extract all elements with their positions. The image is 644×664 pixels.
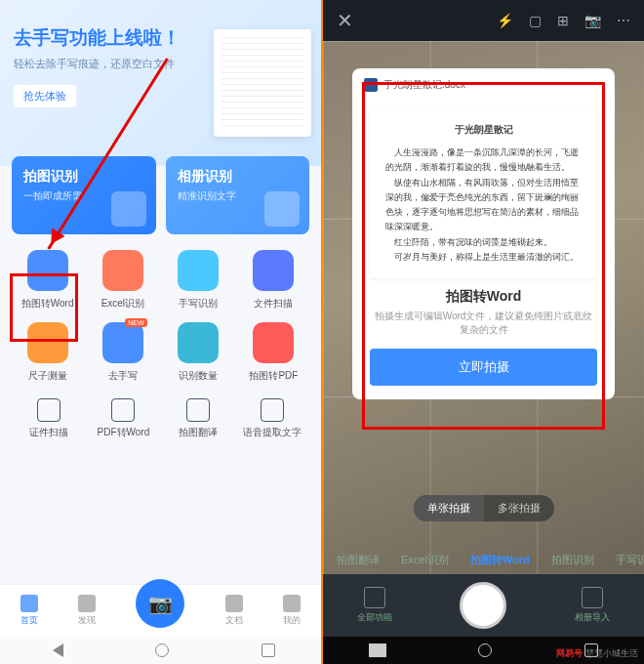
tab-docs[interactable]: 文档 <box>225 595 243 627</box>
grid-icon[interactable]: ⊞ <box>557 13 569 28</box>
strip-item[interactable]: 拍图翻译 <box>337 553 380 567</box>
camera-topbar: ✕ ⚡ ▢ ⊞ 📷 ⋯ <box>323 0 644 41</box>
shutter-button[interactable] <box>460 582 506 629</box>
feature-手写识别[interactable]: 手写识别 <box>163 250 234 311</box>
mode-single[interactable]: 单张拍摄 <box>414 495 484 521</box>
tool-icon <box>111 398 135 422</box>
bottom-tabbar: 首页 发现 📷 文档 我的 <box>0 584 321 637</box>
tab-home[interactable]: 首页 <box>20 595 38 627</box>
feature-Excel识别[interactable]: Excel识别 <box>87 250 158 311</box>
back-key[interactable] <box>369 643 386 657</box>
docs-icon <box>225 595 243 612</box>
card-title: 相册识别 <box>178 168 299 186</box>
feature-icon <box>253 322 294 363</box>
camera-plus-icon: 📷 <box>148 592 173 615</box>
feature-icon <box>102 250 143 291</box>
home-key[interactable] <box>155 643 169 657</box>
card-title: 拍图识别 <box>23 168 144 186</box>
strip-item[interactable]: 拍图转Word <box>470 553 530 567</box>
camera-bottom-bar: 全部功能 相册导入 <box>323 574 644 637</box>
feature-icon <box>102 322 143 363</box>
card-album-ocr[interactable]: 相册识别 精准识别文字 <box>166 156 310 234</box>
feature-label: 拍图转PDF <box>238 369 309 383</box>
mode-multi[interactable]: 多张拍摄 <box>484 495 554 521</box>
strip-item[interactable]: Excel识别 <box>401 553 449 567</box>
tool-icon <box>186 398 210 422</box>
new-badge: NEW <box>125 318 146 327</box>
image-icon <box>582 587 603 608</box>
tool-icon <box>261 398 284 422</box>
user-icon <box>283 595 301 612</box>
magnifier-icon <box>264 191 300 227</box>
feature-识别数量[interactable]: 识别数量 <box>163 322 234 383</box>
feature-label: 尺子测量 <box>12 369 83 383</box>
banner-cta-button[interactable]: 抢先体验 <box>14 85 76 107</box>
tool-拍图翻译[interactable]: 拍图翻译 <box>161 398 235 439</box>
feature-icon <box>178 322 219 363</box>
promo-banner[interactable]: 去手写功能上线啦！ 轻松去除手写痕迹，还原空白文件 抢先体验 <box>0 0 321 166</box>
feature-label: Excel识别 <box>87 297 158 311</box>
banner-illustration <box>214 29 311 137</box>
tool-PDF转Word[interactable]: PDF转Word <box>86 398 160 439</box>
tool-label: 拍图翻译 <box>161 426 235 439</box>
feature-icon <box>178 250 219 291</box>
feature-文件扫描[interactable]: 文件扫描 <box>238 250 309 311</box>
close-icon[interactable]: ✕ <box>337 9 353 32</box>
all-functions-button[interactable]: 全部功能 <box>357 587 392 624</box>
strip-item[interactable]: 手写识别 <box>616 553 644 567</box>
feature-拍图转PDF[interactable]: 拍图转PDF <box>238 322 309 383</box>
back-key[interactable] <box>46 643 63 657</box>
flash-icon[interactable]: ⚡ <box>497 13 513 28</box>
feature-去手写[interactable]: 去手写NEW <box>87 322 158 383</box>
camera-icon <box>111 191 146 227</box>
discover-icon <box>78 595 96 612</box>
home-icon <box>20 595 38 612</box>
right-screenshot: ✕ ⚡ ▢ ⊞ 📷 ⋯ 于光朗星散记.docx 于光朗星散记 人生漫漫路，像是一… <box>323 0 644 664</box>
left-screenshot: 去手写功能上线啦！ 轻松去除手写痕迹，还原空白文件 抢先体验 拍图识别 一拍即成… <box>0 0 323 664</box>
strip-item[interactable]: 拍图识别 <box>551 553 594 567</box>
crop-icon[interactable]: ▢ <box>529 13 542 28</box>
feature-label: 识别数量 <box>163 369 234 383</box>
tool-label: 语音提取文字 <box>235 426 309 439</box>
function-strip[interactable]: 拍图翻译Excel识别拍图转Word拍图识别手写识别 <box>323 545 644 574</box>
tab-me[interactable]: 我的 <box>283 595 301 627</box>
feature-label: 手写识别 <box>163 297 234 311</box>
tool-语音提取文字[interactable]: 语音提取文字 <box>235 398 309 439</box>
tool-证件扫描[interactable]: 证件扫描 <box>12 398 86 439</box>
watermark: 网易号 慧慧小城生活 <box>556 647 638 660</box>
feature-label: 文件扫描 <box>238 297 309 311</box>
tool-label: 证件扫描 <box>12 426 86 439</box>
recent-key[interactable] <box>262 643 275 657</box>
tab-camera-button[interactable]: 📷 <box>136 579 184 628</box>
annotation-highlight-box <box>10 273 78 342</box>
android-navbar <box>0 637 321 664</box>
camera-flip-icon[interactable]: 📷 <box>584 13 601 28</box>
capture-mode-toggle[interactable]: 单张拍摄 多张拍摄 <box>414 495 554 521</box>
home-key[interactable] <box>478 643 492 657</box>
tab-discover[interactable]: 发现 <box>78 595 96 627</box>
feature-label: 去手写 <box>87 369 158 383</box>
tool-icon <box>37 398 60 422</box>
grid-icon <box>364 587 385 608</box>
album-import-button[interactable]: 相册导入 <box>575 587 610 624</box>
annotation-highlight-box <box>362 82 605 430</box>
tool-label: PDF转Word <box>86 426 160 439</box>
feature-icon <box>253 250 294 291</box>
more-icon[interactable]: ⋯ <box>617 13 630 28</box>
